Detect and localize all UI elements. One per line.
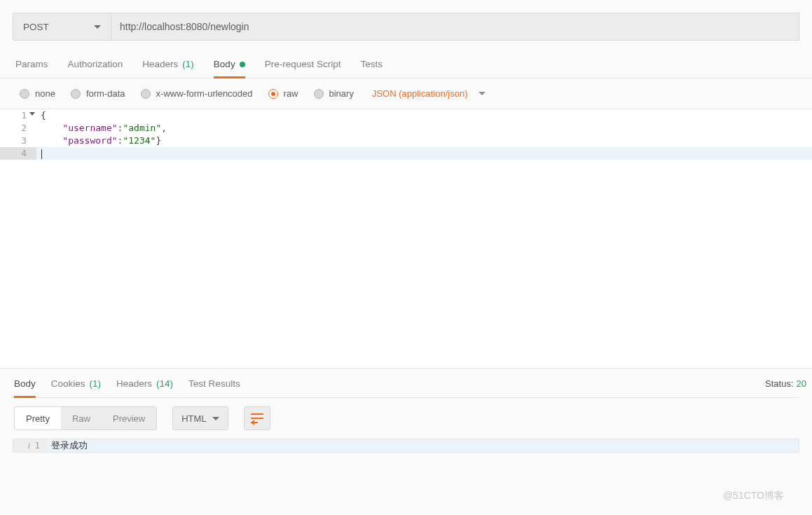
response-toolbar: Pretty Raw Preview HTML: [0, 398, 812, 439]
chevron-down-icon: [479, 92, 486, 95]
response-line: 登录成功: [47, 439, 88, 452]
request-url-bar: POST: [0, 0, 812, 49]
code-line: {: [36, 109, 46, 122]
content-type-select[interactable]: JSON (application/json): [372, 88, 486, 99]
response-tab-body[interactable]: Body: [14, 378, 36, 397]
body-type-form-data[interactable]: form-data: [71, 88, 125, 99]
response-body-editor[interactable]: i 1 登录成功: [13, 439, 799, 453]
gutter-line-number: 3: [0, 135, 36, 147]
info-icon: i: [28, 439, 31, 452]
body-type-raw[interactable]: raw: [268, 88, 298, 99]
code-line: "password":"1234"}: [36, 135, 161, 147]
text-cursor: [41, 149, 42, 159]
gutter-line-number: 4: [0, 147, 36, 160]
tab-headers[interactable]: Headers (1): [142, 59, 194, 78]
modified-dot-icon: [240, 62, 245, 67]
response-tab-cookies[interactable]: Cookies(1): [51, 378, 101, 397]
url-input[interactable]: [111, 13, 799, 41]
view-pretty-button[interactable]: Pretty: [15, 407, 61, 430]
wrap-lines-icon: [251, 413, 263, 423]
response-tab-headers[interactable]: Headers(14): [116, 378, 173, 397]
body-type-row: none form-data x-www-form-urlencoded raw…: [0, 78, 812, 109]
watermark: @51CTO博客: [723, 490, 784, 502]
gutter-line-number: 1: [0, 109, 36, 122]
response-tab-test-results[interactable]: Test Results: [188, 378, 240, 397]
code-line: [36, 147, 42, 160]
http-method-select[interactable]: POST: [13, 13, 111, 41]
tab-params[interactable]: Params: [15, 59, 48, 78]
tab-tests[interactable]: Tests: [360, 59, 383, 78]
view-raw-button[interactable]: Raw: [61, 407, 102, 430]
response-format-select[interactable]: HTML: [172, 406, 228, 430]
response-tabs: Body Cookies(1) Headers(14) Test Results…: [0, 369, 812, 397]
request-body-editor[interactable]: 1 { 2 "username":"admin", 3 "password":"…: [0, 109, 812, 369]
body-type-none[interactable]: none: [20, 88, 55, 99]
code-line: "username":"admin",: [36, 122, 167, 135]
tab-pre-request-script[interactable]: Pre-request Script: [265, 59, 341, 78]
chevron-down-icon: [212, 417, 219, 420]
chevron-down-icon: [94, 25, 101, 29]
wrap-lines-button[interactable]: [244, 406, 270, 430]
request-tabs: Params Authorization Headers (1) Body Pr…: [0, 49, 812, 78]
response-status: Status: 20: [765, 378, 806, 389]
response-view-mode-group: Pretty Raw Preview: [14, 406, 157, 430]
response-gutter: i 1: [13, 439, 47, 452]
fold-icon[interactable]: [29, 112, 35, 116]
body-type-binary[interactable]: binary: [314, 88, 354, 99]
gutter-line-number: 2: [0, 122, 36, 135]
http-method-value: POST: [23, 22, 49, 32]
tab-body[interactable]: Body: [214, 59, 245, 78]
body-type-urlencoded[interactable]: x-www-form-urlencoded: [141, 88, 253, 99]
view-preview-button[interactable]: Preview: [102, 407, 156, 430]
tab-authorization[interactable]: Authorization: [68, 59, 123, 78]
